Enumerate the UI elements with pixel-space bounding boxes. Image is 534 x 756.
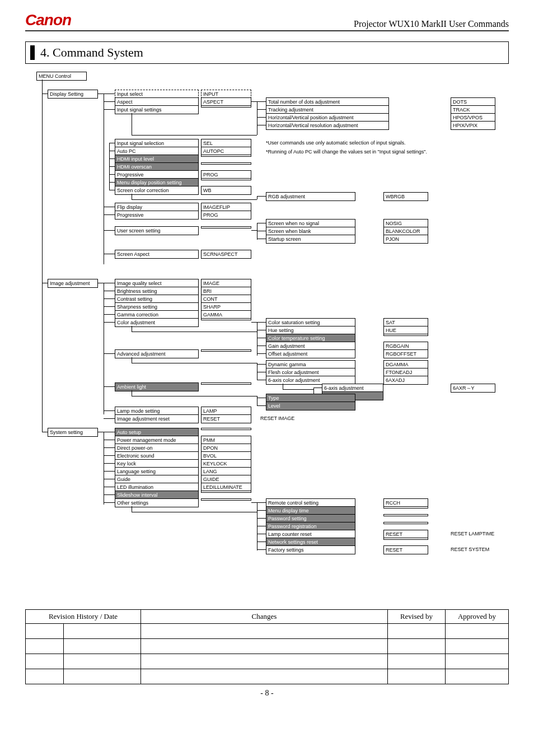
page-header: Canon Projector WUX10 MarkII User Comman…: [25, 11, 509, 31]
ds-iss: Input signal settings: [115, 105, 199, 114]
cat-image: Image adjustment: [48, 279, 98, 288]
reset-image-note: RESET IMAGE: [260, 416, 294, 421]
ss-fact-cmd2: RESET SYSTEM: [451, 547, 489, 552]
ds-hvpix-cmd: HPIX/VPIX: [451, 121, 495, 130]
ss-lampr-cmd2: RESET LAMPTIME: [451, 531, 494, 536]
ds-hvpix: Horizontal/Vertical resolution adjustmen…: [266, 121, 389, 130]
ss-fact-cmd: RESET: [383, 545, 428, 554]
rev-hdr3: Revised by: [388, 610, 446, 624]
ds-pjon: Startup screen: [266, 235, 355, 244]
root-box: MENU Control: [36, 72, 87, 81]
ds-rgb: RGB adjustment: [266, 192, 355, 201]
ia-6ax2-cmd: 6AXR～Y: [451, 384, 495, 393]
section-title: 4. Command System: [30, 45, 504, 60]
ia-level: Level: [266, 402, 355, 410]
section-title-box: 4. Command System: [25, 41, 509, 64]
ia-offset-cmd: RGBOFFSET: [383, 349, 428, 358]
rev-hdr4: Approved by: [446, 610, 509, 624]
doc-title: Projector WUX10 MarkII User Commands: [354, 19, 509, 29]
ds-scrasp-cmd: SCRNASPECT: [201, 250, 251, 259]
ds-pjon-cmd: PJON: [383, 235, 428, 244]
rev-hdr2: Changes: [141, 610, 388, 624]
ia-coloradj: Color adjustment: [115, 318, 199, 327]
ds-prog2-cmd: PROG: [201, 211, 251, 220]
ia-offset: Offset adjustment: [266, 349, 355, 358]
cat-display: Display Setting: [48, 90, 98, 99]
ia-iar: Image adjustment reset: [115, 414, 199, 423]
note2: *Running of Auto PC will change the valu…: [266, 149, 427, 155]
canon-logo: Canon: [25, 11, 71, 29]
ia-6ax-cmd: 6AXADJ: [383, 376, 428, 385]
note1: *User commands use only automatic select…: [266, 140, 406, 146]
ia-iar-cmd: RESET: [201, 414, 251, 423]
ds-rgb-cmd: WBRGB: [383, 192, 428, 201]
page-number: - 8 -: [25, 689, 509, 698]
ia-amb: Ambient light: [115, 382, 199, 391]
ds-scc-cmd: WB: [201, 186, 251, 195]
cat-system: System setting: [48, 428, 98, 437]
ds-scc: Screen color correction: [115, 186, 199, 195]
revision-table: Revision History / Date Changes Revised …: [25, 609, 509, 684]
ss-other: Other settings: [115, 498, 199, 507]
command-tree-diagram: MENU Control Display Setting Image adjus…: [25, 72, 509, 531]
ds-prog2: Progressive: [115, 211, 199, 220]
rev-hdr1: Revision History / Date: [26, 610, 141, 624]
ds-uss: User screen setting: [115, 226, 199, 235]
ds-scrasp: Screen Aspect: [115, 250, 199, 259]
ss-fact: Factory settings: [266, 545, 355, 554]
ia-adv: Advanced adjustment: [115, 349, 199, 358]
